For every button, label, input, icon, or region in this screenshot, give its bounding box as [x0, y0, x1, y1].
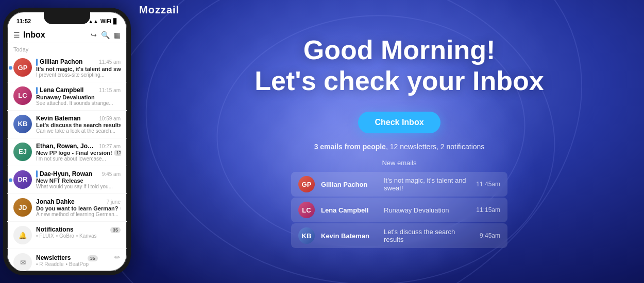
mail-time: 11:45 am: [99, 59, 121, 65]
mail-content: Kevin Bateman 10:59 am Let's discuss the…: [36, 115, 121, 134]
sub-tag: • BeatPop: [66, 261, 89, 267]
email-subject: Runaway Devaluation: [384, 206, 470, 214]
avatar: JD: [13, 198, 32, 217]
mail-item[interactable]: DR Dae-Hyun, Rowan 9:45 am New NFT Relea…: [7, 166, 127, 194]
mail-time: 11:15 am: [99, 87, 121, 93]
mail-preview: What would you say if I told you...: [36, 184, 121, 189]
email-subject: It's not magic, it's talent and sweat!: [384, 176, 470, 192]
email-time: 11:15am: [476, 206, 500, 214]
mail-item[interactable]: KB Kevin Bateman 10:59 am Let's discuss …: [7, 111, 127, 138]
mail-subject: Let's discuss the search results: [36, 122, 121, 128]
notifications-label: Notifications: [36, 226, 74, 233]
email-sender: Gillian Pachon: [321, 181, 378, 188]
desktop-email-row[interactable]: GP Gillian Pachon It's not magic, it's t…: [291, 172, 507, 197]
unread-dot: [9, 66, 12, 69]
mail-subject: It's not magic, it's talent and sweat!: [36, 66, 121, 72]
desktop-content: Good Morning! Let's check your Inbox Che…: [155, 0, 644, 283]
avatar: GP: [298, 176, 315, 192]
check-inbox-button[interactable]: Check Inbox: [358, 112, 440, 133]
mail-time: 7 june: [107, 199, 121, 205]
mail-preview: A new method of learning German...: [36, 211, 121, 217]
inbox-title: Inbox: [23, 30, 88, 40]
notifications-item[interactable]: 🔔 Notifications 35 • FLUIX • GoBro • Kan…: [7, 222, 127, 249]
sub-tag: • FLUIX: [36, 233, 54, 239]
email-sender: Lena Campbell: [321, 206, 378, 214]
phone-mockup: 11:52 ▲▲▲ WiFi ▊ ☰ Inbox ↪ 🔍 ▦ Today GP: [0, 0, 139, 283]
mail-item[interactable]: EJ Ethan, Rowan, Jonah 10:27 am New PP l…: [7, 138, 127, 166]
battery-icon: ▊: [113, 19, 117, 24]
mail-content: Dae-Hyun, Rowan 9:45 am New NFT Release …: [36, 170, 121, 190]
newsletters-badge: 35: [88, 255, 98, 261]
app-header: ☰ Inbox ↪ 🔍 ▦: [7, 27, 127, 43]
section-today-label: Today: [7, 43, 127, 54]
search-icon[interactable]: 🔍: [101, 31, 110, 39]
greeting-title: Good Morning! Let's check your Inbox: [255, 35, 544, 97]
mail-content: Gillian Pachon 11:45 am It's not magic, …: [36, 58, 121, 78]
desktop-email-row[interactable]: LC Lena Campbell Runaway Devaluation 11:…: [291, 198, 507, 222]
mail-preview: See attached. It sounds strange...: [36, 100, 121, 106]
email-subject: Let's discuss the search results: [384, 228, 473, 243]
menu-icon[interactable]: ☰: [13, 31, 20, 39]
badge: 4: [120, 205, 121, 211]
email-time: 11:45am: [476, 181, 500, 188]
mail-content: Notifications 35 • FLUIX • GoBro • Kanva…: [36, 226, 121, 239]
notifications-badge: 35: [110, 227, 121, 233]
summary-text: 3 emails from people, 12 newsletters, 2 …: [314, 143, 485, 151]
mail-subject: New PP logo - Final version! 17: [36, 150, 121, 156]
mail-sender: Gillian Pachon: [36, 58, 82, 66]
badge: 17: [114, 150, 121, 156]
avatar: GP: [13, 58, 32, 77]
mail-subject: Runaway Devaluation: [36, 94, 121, 100]
avatar: DR: [13, 170, 32, 189]
avatar: LC: [13, 86, 32, 105]
notifications-icon: 🔔: [13, 226, 32, 244]
mail-time: 10:59 am: [99, 116, 121, 121]
wifi-icon: WiFi: [100, 19, 111, 24]
forward-icon[interactable]: ↪: [91, 31, 97, 39]
sub-tag: • R Readdle: [36, 261, 64, 267]
mail-preview: Can we take a look at the search...: [36, 128, 121, 134]
unread-dot: [9, 178, 12, 182]
mail-sender: Kevin Bateman: [36, 115, 81, 122]
newsletters-icon: ✉: [13, 253, 32, 272]
mail-content: Ethan, Rowan, Jonah 10:27 am New PP logo…: [36, 143, 121, 162]
email-time: 9:45am: [480, 232, 500, 239]
mail-subject: New NFT Release: [36, 178, 121, 184]
status-time: 11:52: [16, 18, 31, 24]
header-icons: ↪ 🔍 ▦: [91, 31, 121, 39]
phone-notch: [44, 12, 90, 24]
app-brand: Mozzail: [139, 4, 179, 16]
newsletters-item[interactable]: ✉ Newsletters 35 ✏ • R Readdle • BeatPop: [7, 249, 127, 275]
newsletters-sub-items: • R Readdle • BeatPop: [36, 261, 121, 267]
mail-subject: Do you want to learn German? 4: [36, 205, 121, 211]
edit-icon[interactable]: ✏: [114, 253, 121, 261]
mail-sender: Ethan, Rowan, Jonah: [36, 143, 97, 150]
mail-preview: I prevent cross-site scripting...: [36, 72, 121, 78]
newsletters-label: Newsletters: [36, 254, 71, 261]
mail-item[interactable]: JD Jonah Dahke 7 june Do you want to lea…: [7, 194, 127, 222]
sub-tag: • Kanvas: [76, 233, 97, 239]
mail-item[interactable]: GP Gillian Pachon 11:45 am It's not magi…: [7, 54, 127, 82]
avatar: EJ: [13, 143, 32, 161]
avatar: KB: [13, 115, 32, 133]
mail-time: 9:45 am: [102, 171, 121, 177]
sub-tag: • GoBro: [56, 233, 74, 239]
mail-preview: I'm not sure about lowercase...: [36, 156, 121, 162]
phone-frame: 11:52 ▲▲▲ WiFi ▊ ☰ Inbox ↪ 🔍 ▦ Today GP: [3, 8, 131, 275]
calendar-icon[interactable]: ▦: [114, 31, 121, 39]
mail-sender: Jonah Dahke: [36, 198, 75, 205]
new-emails-label: New emails: [382, 159, 416, 167]
notifications-sub-items: • FLUIX • GoBro • Kanvas: [36, 233, 121, 239]
avatar: LC: [298, 202, 315, 218]
email-sender: Kevin Bateman: [321, 232, 378, 240]
mail-item[interactable]: LC Lena Campbell 11:15 am Runaway Devalu…: [7, 82, 127, 111]
desktop-email-row[interactable]: KB Kevin Bateman Let's discuss the searc…: [291, 223, 507, 248]
desktop-email-list: GP Gillian Pachon It's not magic, it's t…: [291, 172, 507, 248]
mail-content: Newsletters 35 ✏ • R Readdle • BeatPop: [36, 253, 121, 267]
avatar: KB: [298, 227, 315, 244]
mail-time: 10:27 am: [99, 144, 121, 149]
mail-sender: Dae-Hyun, Rowan: [36, 170, 92, 178]
mail-content: Lena Campbell 11:15 am Runaway Devaluati…: [36, 86, 121, 106]
mail-sender: Lena Campbell: [36, 86, 83, 94]
mail-content: Jonah Dahke 7 june Do you want to learn …: [36, 198, 121, 217]
